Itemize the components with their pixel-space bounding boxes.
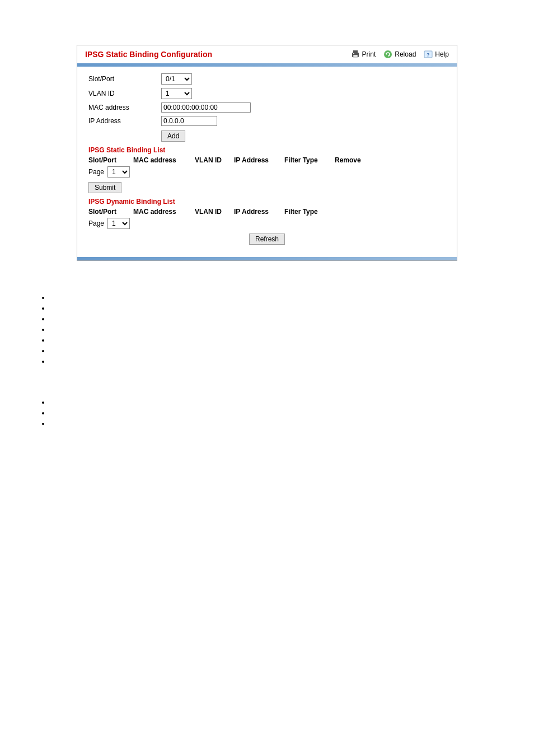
- help-button[interactable]: ? Help: [424, 50, 449, 59]
- svg-rect-1: [353, 50, 358, 53]
- dynamic-list-header: Slot/Port MAC address VLAN ID IP Address…: [88, 208, 446, 216]
- static-page-select[interactable]: 1: [107, 166, 130, 178]
- bullet-list-1: [50, 293, 500, 366]
- reload-label: Reload: [395, 50, 416, 58]
- slot-port-row: Slot/Port 0/1: [88, 73, 446, 85]
- dynamic-page-label: Page: [88, 220, 104, 227]
- bullet-item: [50, 293, 500, 302]
- static-col-ip: IP Address: [234, 156, 284, 164]
- header-actions: Print Reload ? Help: [351, 50, 449, 59]
- static-col-slot: Slot/Port: [88, 156, 133, 164]
- bullet-item: [50, 357, 500, 366]
- static-col-vlan: VLAN ID: [195, 156, 234, 164]
- card-header: IPSG Static Binding Configuration Print: [77, 45, 457, 63]
- vlan-id-select[interactable]: 1: [161, 88, 192, 99]
- bullet-section-1: [34, 272, 500, 366]
- print-icon: [351, 50, 360, 59]
- static-page-label: Page: [88, 168, 104, 176]
- dynamic-page-row: Page 1: [88, 218, 446, 229]
- ip-address-label: IP Address: [88, 117, 161, 125]
- svg-text:?: ?: [427, 52, 430, 58]
- dynamic-col-ip: IP Address: [234, 208, 284, 216]
- svg-rect-2: [353, 55, 358, 57]
- vlan-id-label: VLAN ID: [88, 90, 161, 97]
- dynamic-page-select[interactable]: 1: [107, 218, 130, 229]
- bullet-item: [50, 398, 500, 407]
- bullet-section-2: [34, 377, 500, 428]
- mac-address-input[interactable]: [161, 102, 251, 113]
- bullet-item: [50, 325, 500, 334]
- dynamic-col-mac: MAC address: [133, 208, 195, 216]
- print-button[interactable]: Print: [351, 50, 376, 59]
- help-label: Help: [435, 50, 449, 58]
- svg-point-4: [384, 50, 392, 58]
- print-label: Print: [362, 50, 376, 58]
- refresh-button[interactable]: Refresh: [249, 234, 285, 245]
- bullet-list-2: [50, 398, 500, 428]
- dynamic-list-title: IPSG Dynamic Binding List: [88, 198, 446, 206]
- bullet-item: [50, 315, 500, 323]
- static-list-header: Slot/Port MAC address VLAN ID IP Address…: [88, 156, 446, 164]
- bullet-item: [50, 336, 500, 344]
- static-col-mac: MAC address: [133, 156, 195, 164]
- bullet-item: [50, 347, 500, 355]
- submit-row: Submit: [88, 182, 446, 193]
- bullet-item: [50, 419, 500, 428]
- svg-rect-3: [353, 53, 354, 54]
- ip-address-input[interactable]: [161, 116, 217, 126]
- card-title: IPSG Static Binding Configuration: [85, 50, 212, 59]
- dynamic-col-slot: Slot/Port: [88, 208, 133, 216]
- static-col-filter: Filter Type: [284, 156, 335, 164]
- vlan-id-row: VLAN ID 1: [88, 88, 446, 99]
- static-col-remove: Remove: [335, 156, 374, 164]
- dynamic-col-vlan: VLAN ID: [195, 208, 234, 216]
- mac-address-label: MAC address: [88, 104, 161, 111]
- card-body: Slot/Port 0/1 VLAN ID 1 MAC address IP A…: [77, 67, 457, 257]
- static-list-title: IPSG Static Binding List: [88, 146, 446, 154]
- bullet-item: [50, 409, 500, 417]
- refresh-row: Refresh: [88, 234, 446, 245]
- bottom-blue-bar: [77, 257, 457, 260]
- reload-icon: [383, 50, 392, 59]
- main-card: IPSG Static Binding Configuration Print: [77, 45, 457, 261]
- slot-port-label: Slot/Port: [88, 75, 161, 83]
- help-icon: ?: [424, 50, 433, 59]
- ip-address-row: IP Address: [88, 116, 446, 126]
- reload-button[interactable]: Reload: [383, 50, 416, 59]
- mac-address-row: MAC address: [88, 102, 446, 113]
- bullet-item: [50, 304, 500, 312]
- slot-port-select[interactable]: 0/1: [161, 73, 192, 85]
- page-wrapper: IPSG Static Binding Configuration Print: [0, 0, 534, 756]
- static-page-row: Page 1: [88, 166, 446, 178]
- submit-button[interactable]: Submit: [88, 182, 121, 193]
- dynamic-col-filter: Filter Type: [284, 208, 335, 216]
- add-button[interactable]: Add: [161, 130, 185, 142]
- add-button-row: Add: [161, 130, 446, 142]
